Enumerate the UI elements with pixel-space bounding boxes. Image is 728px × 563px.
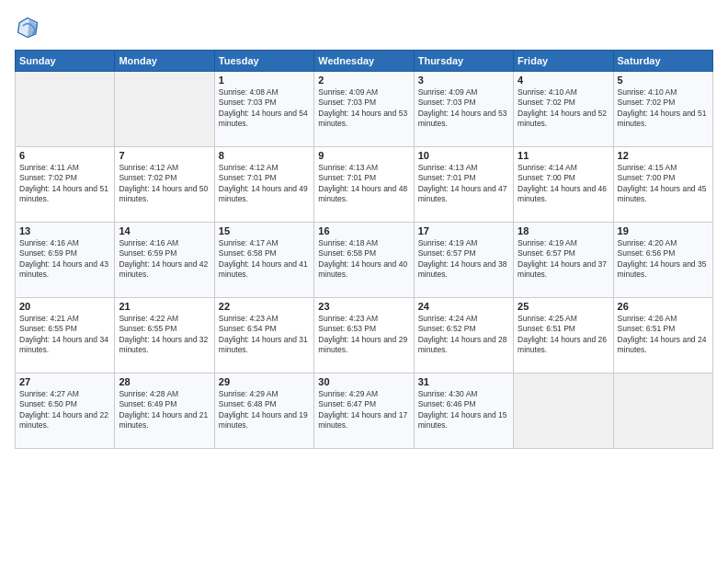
cell-info: Sunrise: 4:24 AMSunset: 6:52 PMDaylight:… [418, 314, 509, 356]
calendar-cell: 23Sunrise: 4:23 AMSunset: 6:53 PMDayligh… [314, 298, 414, 373]
calendar-cell: 12Sunrise: 4:15 AMSunset: 7:00 PMDayligh… [613, 147, 712, 223]
calendar-cell: 19Sunrise: 4:20 AMSunset: 6:56 PMDayligh… [613, 223, 712, 298]
day-number: 2 [318, 75, 409, 86]
day-number: 11 [518, 150, 609, 161]
page: SundayMondayTuesdayWednesdayThursdayFrid… [0, 0, 728, 563]
cell-info: Sunrise: 4:12 AMSunset: 7:01 PMDaylight:… [219, 163, 310, 205]
day-number: 4 [518, 75, 609, 86]
calendar-cell: 15Sunrise: 4:17 AMSunset: 6:58 PMDayligh… [214, 223, 313, 298]
day-number: 18 [518, 225, 609, 236]
week-row-1: 1Sunrise: 4:08 AMSunset: 7:03 PMDaylight… [16, 72, 713, 147]
weekday-header-row: SundayMondayTuesdayWednesdayThursdayFrid… [16, 51, 713, 72]
calendar-cell: 18Sunrise: 4:19 AMSunset: 6:57 PMDayligh… [514, 223, 613, 298]
cell-info: Sunrise: 4:14 AMSunset: 7:00 PMDaylight:… [518, 163, 609, 205]
calendar-cell: 4Sunrise: 4:10 AMSunset: 7:02 PMDaylight… [514, 72, 613, 147]
cell-info: Sunrise: 4:23 AMSunset: 6:53 PMDaylight:… [318, 314, 409, 356]
calendar-cell: 30Sunrise: 4:29 AMSunset: 6:47 PMDayligh… [314, 373, 414, 449]
day-number: 22 [219, 301, 310, 312]
day-number: 1 [219, 75, 310, 86]
cell-info: Sunrise: 4:13 AMSunset: 7:01 PMDaylight:… [418, 163, 509, 205]
cell-info: Sunrise: 4:29 AMSunset: 6:48 PMDaylight:… [219, 389, 310, 431]
logo [15, 15, 44, 40]
cell-info: Sunrise: 4:19 AMSunset: 6:57 PMDaylight:… [418, 238, 509, 281]
calendar-cell: 29Sunrise: 4:29 AMSunset: 6:48 PMDayligh… [214, 373, 313, 449]
weekday-header-thursday: Thursday [414, 51, 513, 72]
week-row-2: 6Sunrise: 4:11 AMSunset: 7:02 PMDaylight… [16, 147, 713, 223]
week-row-3: 13Sunrise: 4:16 AMSunset: 6:59 PMDayligh… [16, 223, 713, 298]
day-number: 5 [618, 75, 709, 86]
cell-info: Sunrise: 4:09 AMSunset: 7:03 PMDaylight:… [418, 87, 509, 130]
day-number: 12 [618, 150, 709, 161]
logo-icon [15, 15, 40, 40]
weekday-header-tuesday: Tuesday [214, 51, 313, 72]
cell-info: Sunrise: 4:15 AMSunset: 7:00 PMDaylight:… [618, 163, 709, 205]
calendar-cell: 1Sunrise: 4:08 AMSunset: 7:03 PMDaylight… [214, 72, 313, 147]
day-number: 17 [418, 225, 509, 236]
day-number: 27 [19, 376, 110, 387]
cell-info: Sunrise: 4:26 AMSunset: 6:51 PMDaylight:… [618, 314, 709, 356]
calendar-cell: 16Sunrise: 4:18 AMSunset: 6:58 PMDayligh… [314, 223, 414, 298]
cell-info: Sunrise: 4:16 AMSunset: 6:59 PMDaylight:… [119, 238, 210, 281]
day-number: 10 [418, 150, 509, 161]
week-row-5: 27Sunrise: 4:27 AMSunset: 6:50 PMDayligh… [16, 373, 713, 449]
cell-info: Sunrise: 4:27 AMSunset: 6:50 PMDaylight:… [19, 389, 110, 431]
weekday-header-wednesday: Wednesday [314, 51, 414, 72]
day-number: 28 [119, 376, 210, 387]
cell-info: Sunrise: 4:10 AMSunset: 7:02 PMDaylight:… [518, 87, 609, 130]
calendar-cell: 26Sunrise: 4:26 AMSunset: 6:51 PMDayligh… [613, 298, 712, 373]
cell-info: Sunrise: 4:09 AMSunset: 7:03 PMDaylight:… [318, 87, 409, 130]
day-number: 20 [19, 301, 110, 312]
day-number: 19 [618, 225, 709, 236]
cell-info: Sunrise: 4:23 AMSunset: 6:54 PMDaylight:… [219, 314, 310, 356]
calendar-cell: 28Sunrise: 4:28 AMSunset: 6:49 PMDayligh… [115, 373, 214, 449]
day-number: 23 [318, 301, 409, 312]
calendar-cell: 7Sunrise: 4:12 AMSunset: 7:02 PMDaylight… [115, 147, 214, 223]
calendar-cell: 2Sunrise: 4:09 AMSunset: 7:03 PMDaylight… [314, 72, 414, 147]
cell-info: Sunrise: 4:29 AMSunset: 6:47 PMDaylight:… [318, 389, 409, 431]
weekday-header-sunday: Sunday [16, 51, 115, 72]
calendar-cell: 14Sunrise: 4:16 AMSunset: 6:59 PMDayligh… [115, 223, 214, 298]
calendar-cell: 13Sunrise: 4:16 AMSunset: 6:59 PMDayligh… [16, 223, 115, 298]
day-number: 26 [618, 301, 709, 312]
day-number: 31 [418, 376, 509, 387]
cell-info: Sunrise: 4:13 AMSunset: 7:01 PMDaylight:… [318, 163, 409, 205]
calendar-cell: 8Sunrise: 4:12 AMSunset: 7:01 PMDaylight… [214, 147, 313, 223]
weekday-header-saturday: Saturday [613, 51, 712, 72]
cell-info: Sunrise: 4:28 AMSunset: 6:49 PMDaylight:… [119, 389, 210, 431]
calendar-cell [115, 72, 214, 147]
calendar-cell [613, 373, 712, 449]
cell-info: Sunrise: 4:08 AMSunset: 7:03 PMDaylight:… [219, 87, 310, 130]
cell-info: Sunrise: 4:11 AMSunset: 7:02 PMDaylight:… [19, 163, 110, 205]
day-number: 25 [518, 301, 609, 312]
calendar-cell: 10Sunrise: 4:13 AMSunset: 7:01 PMDayligh… [414, 147, 513, 223]
cell-info: Sunrise: 4:19 AMSunset: 6:57 PMDaylight:… [518, 238, 609, 281]
calendar-cell: 20Sunrise: 4:21 AMSunset: 6:55 PMDayligh… [16, 298, 115, 373]
calendar-cell: 22Sunrise: 4:23 AMSunset: 6:54 PMDayligh… [214, 298, 313, 373]
day-number: 24 [418, 301, 509, 312]
weekday-header-monday: Monday [115, 51, 214, 72]
calendar-cell: 31Sunrise: 4:30 AMSunset: 6:46 PMDayligh… [414, 373, 513, 449]
header [15, 15, 713, 40]
cell-info: Sunrise: 4:12 AMSunset: 7:02 PMDaylight:… [119, 163, 210, 205]
calendar-cell: 6Sunrise: 4:11 AMSunset: 7:02 PMDaylight… [16, 147, 115, 223]
day-number: 7 [119, 150, 210, 161]
day-number: 6 [19, 150, 110, 161]
calendar-cell [16, 72, 115, 147]
day-number: 15 [219, 225, 310, 236]
calendar: SundayMondayTuesdayWednesdayThursdayFrid… [15, 50, 713, 449]
calendar-cell: 27Sunrise: 4:27 AMSunset: 6:50 PMDayligh… [16, 373, 115, 449]
day-number: 30 [318, 376, 409, 387]
day-number: 8 [219, 150, 310, 161]
calendar-cell: 25Sunrise: 4:25 AMSunset: 6:51 PMDayligh… [514, 298, 613, 373]
day-number: 9 [318, 150, 409, 161]
cell-info: Sunrise: 4:17 AMSunset: 6:58 PMDaylight:… [219, 238, 310, 281]
cell-info: Sunrise: 4:16 AMSunset: 6:59 PMDaylight:… [19, 238, 110, 281]
week-row-4: 20Sunrise: 4:21 AMSunset: 6:55 PMDayligh… [16, 298, 713, 373]
day-number: 29 [219, 376, 310, 387]
day-number: 3 [418, 75, 509, 86]
cell-info: Sunrise: 4:21 AMSunset: 6:55 PMDaylight:… [19, 314, 110, 356]
weekday-header-friday: Friday [514, 51, 613, 72]
cell-info: Sunrise: 4:25 AMSunset: 6:51 PMDaylight:… [518, 314, 609, 356]
calendar-cell: 5Sunrise: 4:10 AMSunset: 7:02 PMDaylight… [613, 72, 712, 147]
calendar-cell: 21Sunrise: 4:22 AMSunset: 6:55 PMDayligh… [115, 298, 214, 373]
